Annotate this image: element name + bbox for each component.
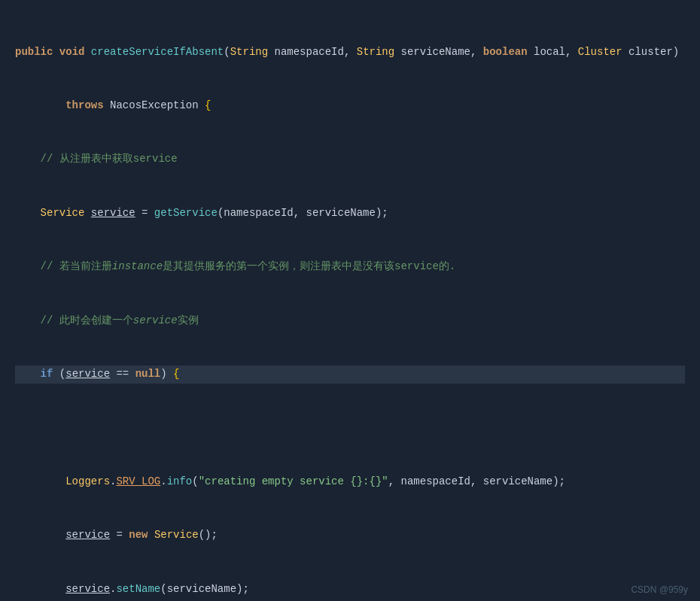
line-2: throws NacosException { bbox=[15, 97, 685, 115]
line-5: // 若当前注册instance是其提供服务的第一个实例，则注册表中是没有该se… bbox=[15, 258, 685, 276]
line-11: service.setName(serviceName); bbox=[15, 581, 685, 599]
line-6: // 此时会创建一个service实例 bbox=[15, 312, 685, 330]
line-8 bbox=[15, 419, 685, 437]
watermark: CSDN @959y bbox=[631, 584, 688, 595]
code-content: public void createServiceIfAbsent(String… bbox=[0, 0, 700, 601]
code-editor: public void createServiceIfAbsent(String… bbox=[0, 0, 700, 601]
line-7: if (service == null) { bbox=[15, 366, 685, 384]
line-10: service = new Service(); bbox=[15, 527, 685, 545]
line-9: Loggers.SRV_LOG.info("creating empty ser… bbox=[15, 473, 685, 491]
line-3: // 从注册表中获取service bbox=[15, 150, 685, 168]
line-1: public void createServiceIfAbsent(String… bbox=[15, 44, 685, 62]
line-4: Service service = getService(namespaceId… bbox=[15, 205, 685, 223]
